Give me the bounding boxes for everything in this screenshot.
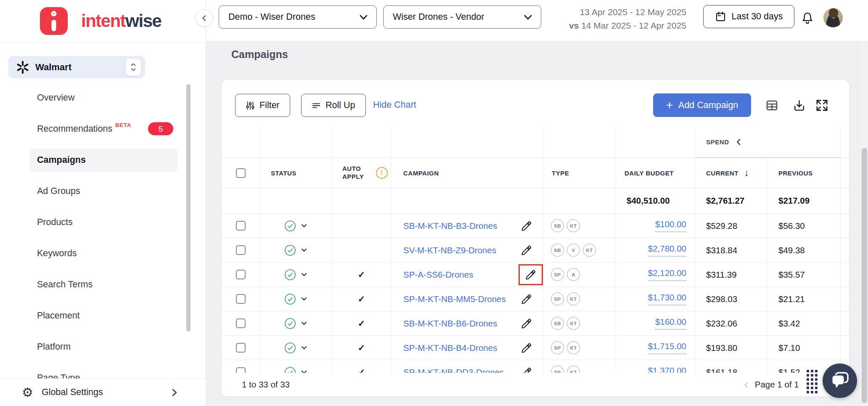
chevron-down-icon[interactable] [301,297,307,301]
sidebar-item-placement[interactable]: Placement [0,300,206,331]
sidebar-item-search-terms[interactable]: Search Terms [0,269,206,300]
edit-campaign-button[interactable] [520,220,533,232]
daily-budget-value[interactable]: $2,780.00 [648,244,686,257]
type-badge-sb: SB [551,317,564,330]
sidebar-item-global-settings[interactable]: ⚙ Global Settings [0,378,206,406]
rollup-button[interactable]: Roll Up [301,94,366,117]
user-avatar[interactable] [823,8,843,27]
type-badges: SPKT [543,336,616,360]
chevron-left-icon [201,14,208,22]
row-checkbox[interactable] [236,294,246,304]
row-checkbox[interactable] [236,270,246,279]
row-checkbox[interactable] [236,221,246,231]
chevron-down-icon[interactable] [301,321,307,325]
app-root: intentwise Walmart Overview Recommendati… [0,0,868,406]
column-header-daily-budget[interactable]: DAILY BUDGET [616,158,695,188]
table-header-row: STATUS AUTO APPLY ! CAMPAIGN TYPE DAILY … [222,158,849,188]
status-enabled-icon[interactable] [284,366,296,373]
column-header-current[interactable]: CURRENT ↓ [695,158,767,188]
sidebar-collapse-button[interactable] [196,10,212,26]
row-checkbox[interactable] [236,318,246,328]
status-enabled-icon[interactable] [284,269,296,281]
campaign-link[interactable]: SP-M-KT-NB-DD3-Drones [403,367,504,373]
sidebar-item-recommendations[interactable]: Recommendations BETA 5 [0,113,206,144]
column-header-type[interactable]: TYPE [543,158,616,188]
date-preset-button[interactable]: Last 30 days [703,5,794,28]
status-enabled-icon[interactable] [284,293,296,305]
edit-campaign-button[interactable] [520,293,533,305]
chevron-down-icon[interactable] [301,346,307,350]
edit-campaign-button[interactable] [520,342,533,354]
chevron-down-icon[interactable] [301,273,307,276]
account-dropdown[interactable]: Demo - Wiser Drones [219,5,377,29]
sidebar-item-products[interactable]: Products [0,207,206,238]
campaign-link[interactable]: SP-A-SS6-Drones [403,270,473,280]
type-badge-kt: KT [567,366,580,373]
add-campaign-button[interactable]: + Add Campaign [653,93,751,117]
row-checkbox[interactable] [236,245,246,255]
previous-page-icon[interactable]: ‹ [744,379,748,390]
daily-budget-value[interactable]: $1,715.00 [648,341,686,354]
marketplace-switcher-icon[interactable] [126,59,141,76]
row-checkbox[interactable] [236,367,246,373]
type-badge-sb: SB [551,219,564,232]
status-enabled-icon[interactable] [284,220,296,232]
page-title: Campaigns [231,48,288,61]
daily-budget-value[interactable]: $2,120.00 [648,268,686,281]
spend-group-header[interactable]: SPEND [695,126,841,158]
sidebar-item-keywords[interactable]: Keywords [0,238,206,269]
pencil-icon [520,220,533,232]
daily-budget-value[interactable]: $1,370.00 [648,366,686,373]
edit-campaign-button[interactable] [520,317,533,330]
profile-dropdown[interactable]: Wiser Drones - Vendor [383,5,541,29]
collapse-chevron-left-icon[interactable] [736,138,741,146]
daily-budget-value[interactable]: $160.00 [655,317,686,330]
table-group-row: SPEND [222,126,849,158]
type-badge-kt: KT [567,341,580,354]
sidebar-item-platform[interactable]: Platform [0,331,206,362]
column-settings-icon[interactable] [765,99,778,114]
total-daily-budget: $40,510.00 [627,196,670,206]
rollup-lines-icon [312,101,321,110]
daily-budget-value[interactable]: $100.00 [655,219,686,232]
campaign-link[interactable]: SP-M-KT-NB-MM5-Drones [403,294,506,304]
row-checkbox[interactable] [236,343,246,353]
current-spend-value: $318.84 [706,245,737,255]
sidebar-scrollbar[interactable] [186,84,191,332]
campaign-link[interactable]: SV-M-KT-NB-Z9-Drones [403,245,496,255]
filter-button[interactable]: Filter [235,94,290,117]
status-enabled-icon[interactable] [284,318,296,329]
page-scrollbar[interactable] [862,41,867,406]
hide-chart-link[interactable]: Hide Chart [373,100,416,110]
column-header-previous[interactable]: PREVIOUS [767,158,841,188]
campaign-link[interactable]: SB-M-KT-NB-B6-Drones [403,318,497,329]
download-icon[interactable] [793,99,806,114]
sidebar-item-campaigns[interactable]: Campaigns [0,144,206,175]
daily-budget-value[interactable]: $1,730.00 [648,292,686,305]
campaign-link[interactable]: SP-M-KT-NB-B4-Drones [403,343,497,353]
edit-campaign-button[interactable] [520,244,533,257]
chevron-down-icon[interactable] [301,248,307,252]
chevron-down-icon[interactable] [301,224,307,228]
sidebar-item-ad-groups[interactable]: Ad Groups [0,175,206,207]
edit-campaign-button[interactable] [520,366,533,373]
marketplace-selector[interactable]: Walmart [8,56,145,78]
notifications-bell-icon[interactable] [801,11,814,27]
auto-apply-check-icon: ✓ [358,367,365,373]
chat-widget-button[interactable] [823,364,857,398]
auto-apply-check-icon: ✓ [358,294,365,304]
status-enabled-icon[interactable] [284,244,296,256]
column-header-campaign[interactable]: CAMPAIGN [392,158,543,188]
drag-handle-icon[interactable] [807,370,818,393]
column-header-status[interactable]: STATUS [260,158,332,188]
page-scrollbar-thumb[interactable] [862,148,867,403]
status-enabled-icon[interactable] [284,342,296,354]
fullscreen-expand-icon[interactable] [815,99,828,114]
select-all-checkbox[interactable] [236,168,246,178]
sidebar-item-overview[interactable]: Overview [0,82,206,113]
edit-campaign-button[interactable] [519,264,543,285]
column-header-auto-apply[interactable]: AUTO APPLY ! [332,158,392,188]
campaign-link[interactable]: SB-M-KT-NB-B3-Drones [403,221,497,231]
sidebar-item-page-type[interactable]: Page Type [0,362,206,378]
previous-spend-value: $49.38 [778,245,805,255]
